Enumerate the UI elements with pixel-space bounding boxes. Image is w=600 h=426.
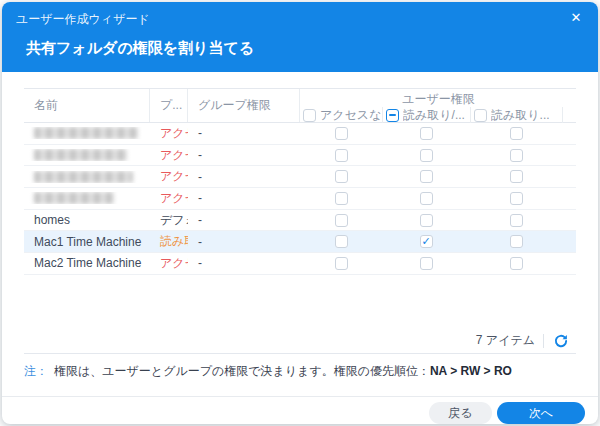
row-cell-read-write <box>382 257 470 270</box>
user-permission-group-label: ユーザー権限 <box>300 92 577 107</box>
row-group-permission: - <box>188 148 300 162</box>
table-row[interactable]: homes デフォ - <box>24 210 576 232</box>
row-group-permission: - <box>188 170 300 184</box>
row-checkbox-rw[interactable] <box>420 257 433 270</box>
column-header-group-permission[interactable]: グループ権限 <box>188 89 300 122</box>
row-checkbox-na[interactable] <box>335 257 348 270</box>
row-checkbox-ro[interactable] <box>510 149 523 162</box>
row-group-permission: - <box>188 126 300 140</box>
redacted-name <box>34 192 114 204</box>
redacted-name <box>34 127 138 139</box>
table-row[interactable]: アクセ - <box>24 123 576 145</box>
row-preview: アクセ <box>150 147 188 164</box>
row-name <box>24 192 150 204</box>
row-cell-read-only <box>470 192 562 205</box>
row-cell-read-write <box>382 127 470 140</box>
row-checkbox-rw[interactable] <box>420 235 433 248</box>
row-cell-read-write <box>382 235 470 248</box>
dialog-header: ユーザー作成ウィザード ✕ 共有フォルダの権限を割り当てる <box>2 2 598 72</box>
subheader-no-access-label: アクセスなし <box>320 107 382 124</box>
footer-divider <box>543 334 544 348</box>
row-checkbox-rw[interactable] <box>420 170 433 183</box>
row-checkbox-na[interactable] <box>335 170 348 183</box>
row-name: Mac2 Time Machine <box>24 256 150 270</box>
table-header: 名前 プ... グループ権限 ユーザー権限 アクセスなし 読み取り/... <box>24 89 576 123</box>
row-checkbox-ro[interactable] <box>510 257 523 270</box>
table-row[interactable]: アクセ - <box>24 166 576 188</box>
table-row[interactable]: Mac1 Time Machine 読み取 - <box>24 231 576 253</box>
row-checkbox-ro[interactable] <box>510 192 523 205</box>
table-body: アクセ - アクセ - アクセ - <box>24 123 576 275</box>
table-row[interactable]: アクセ - <box>24 188 576 210</box>
row-cell-read-write <box>382 149 470 162</box>
row-checkbox-rw[interactable] <box>420 127 433 140</box>
subheader-read-write: 読み取り/... <box>382 107 470 123</box>
row-checkbox-na[interactable] <box>335 214 348 227</box>
row-checkbox-ro[interactable] <box>510 170 523 183</box>
row-cell-no-access <box>300 214 382 227</box>
row-preview: アクセ <box>150 168 188 185</box>
note-priority: NA > RW > RO <box>430 364 512 378</box>
row-checkbox-na[interactable] <box>335 235 348 248</box>
row-cell-read-only <box>470 214 562 227</box>
back-button[interactable]: 戻る <box>429 402 492 424</box>
row-checkbox-na[interactable] <box>335 192 348 205</box>
row-group-permission: - <box>188 235 300 249</box>
user-creation-wizard-dialog: ユーザー作成ウィザード ✕ 共有フォルダの権限を割り当てる 名前 プ... グル… <box>2 2 598 424</box>
header-checkbox-rw[interactable] <box>386 109 399 122</box>
user-permission-subheader: アクセスなし 読み取り/... 読み取り... <box>300 107 577 123</box>
row-checkbox-ro[interactable] <box>510 214 523 227</box>
row-cell-no-access <box>300 257 382 270</box>
row-name <box>24 149 150 161</box>
row-preview: デフォ <box>150 212 188 229</box>
button-bar: 戻る 次へ <box>2 397 598 424</box>
column-group-user-permission: ユーザー権限 アクセスなし 読み取り/... 読み取り... <box>300 89 577 122</box>
row-cell-read-only <box>470 127 562 140</box>
row-cell-read-write <box>382 214 470 227</box>
row-checkbox-ro[interactable] <box>510 127 523 140</box>
row-cell-no-access <box>300 127 382 140</box>
table-row[interactable]: アクセ - <box>24 145 576 167</box>
row-preview: アクセ <box>150 125 188 142</box>
item-count: 7 アイテム <box>476 332 535 349</box>
row-cell-no-access <box>300 149 382 162</box>
row-checkbox-ro[interactable] <box>510 235 523 248</box>
column-header-preview[interactable]: プ... <box>150 89 188 122</box>
row-preview: アクセ <box>150 190 188 207</box>
row-group-permission: - <box>188 191 300 205</box>
redacted-name <box>34 171 133 183</box>
column-header-name[interactable]: 名前 <box>24 89 150 122</box>
row-cell-read-only <box>470 149 562 162</box>
row-group-permission: - <box>188 213 300 227</box>
row-preview: アクセ <box>150 255 188 272</box>
bottom-spacer <box>2 380 598 384</box>
header-checkbox-na[interactable] <box>303 109 316 122</box>
row-name <box>24 171 150 183</box>
row-cell-no-access <box>300 170 382 183</box>
row-cell-read-only <box>470 170 562 183</box>
table-row[interactable]: Mac2 Time Machine アクセ - <box>24 253 576 275</box>
row-checkbox-na[interactable] <box>335 127 348 140</box>
row-cell-no-access <box>300 235 382 248</box>
row-checkbox-rw[interactable] <box>420 192 433 205</box>
header-checkbox-ro[interactable] <box>474 109 487 122</box>
row-cell-read-write <box>382 192 470 205</box>
row-cell-read-write <box>382 170 470 183</box>
table-empty-area <box>24 275 576 328</box>
redacted-name <box>34 149 127 161</box>
row-checkbox-rw[interactable] <box>420 214 433 227</box>
row-cell-read-only <box>470 235 562 248</box>
row-group-permission: - <box>188 256 300 270</box>
refresh-button[interactable] <box>552 332 570 350</box>
refresh-icon <box>554 334 568 348</box>
row-checkbox-na[interactable] <box>335 149 348 162</box>
row-name: Mac1 Time Machine <box>24 235 150 249</box>
close-icon[interactable]: ✕ <box>567 9 585 27</box>
subheader-read-only: 読み取り... <box>470 107 562 123</box>
row-checkbox-rw[interactable] <box>420 149 433 162</box>
note-text: 権限は、ユーザーとグループの権限で決まります。権限の優先順位： <box>54 364 430 378</box>
next-button[interactable]: 次へ <box>497 402 585 424</box>
page-title: 共有フォルダの権限を割り当てる <box>26 39 254 58</box>
row-name: homes <box>24 213 150 227</box>
subheader-read-write-label: 読み取り/... <box>403 107 465 124</box>
